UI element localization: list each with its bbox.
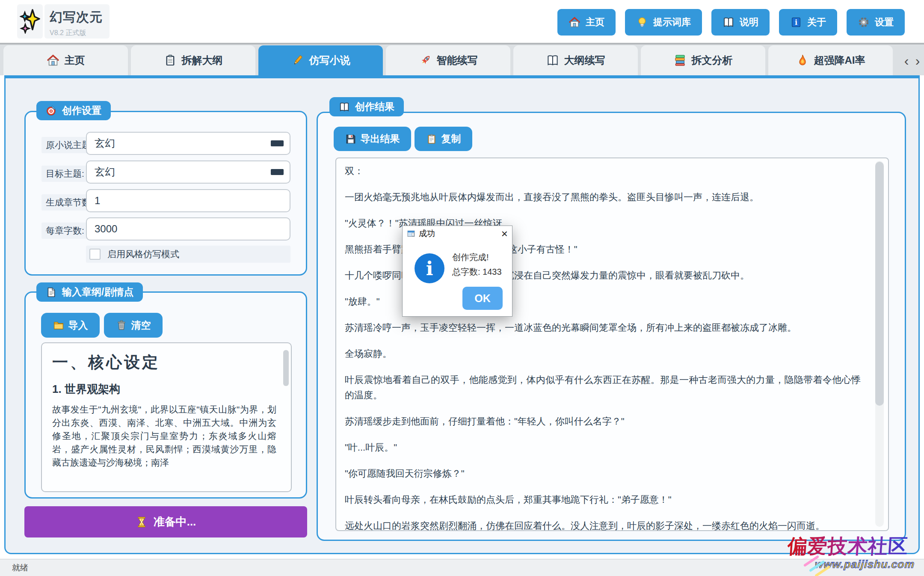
outline-scrollbar-thumb[interactable] [283,350,289,386]
style-imitate-checkbox[interactable] [89,249,101,260]
app-title-block: 幻写次元 V8.2 正式版 [44,4,110,39]
copy-clipboard-icon [426,134,437,145]
tab-scroll-left-icon[interactable]: ‹ [901,49,912,73]
hourglass-icon [136,516,148,528]
tab-ai-reduce[interactable]: 超强降AI率 [768,45,893,75]
combobox-dropdown-icon[interactable] [271,140,284,146]
open-book-icon [339,101,350,113]
trash-icon [116,320,127,331]
status-bar: 就绪 [0,559,924,576]
field-value: 玄幻 [95,166,115,178]
fire-icon [796,54,809,67]
watermark: 偏爱技术社区 www.paijishu.com [786,533,917,570]
nav-button-manual[interactable]: 说明 [711,9,770,36]
clear-button-label: 清空 [131,319,151,332]
result-paragraph: "叶...叶辰。" [345,440,861,455]
app-title: 幻写次元 [50,9,103,26]
tab-smart-continue[interactable]: 智能续写 [386,45,510,75]
chapter-count-input[interactable]: 1 [86,189,290,212]
field-value: 1 [95,195,100,206]
tab-scroll-controls: ‹ › [901,49,923,73]
target-icon [46,105,57,116]
tab-outline-continue[interactable]: 大纲续写 [513,45,638,75]
source-theme-combobox[interactable]: 玄幻 [86,132,290,155]
result-paragraph: 叶辰震惊地看着自己的双手，他能感觉到，体内似乎有什么东西正在苏醒。那是一种古老而… [345,372,861,403]
result-paragraph: 叶辰转头看向母亲，在林氏鼓励的点头后，郑重其事地跪下行礼："弟子愿意！" [345,492,861,508]
tab-label: 超强降AI率 [814,53,865,67]
tab-imitate-novel[interactable]: 仿写小说 [258,45,383,75]
field-label-words-per-chapter: 每章字数: [41,223,89,239]
tab-home[interactable]: 主页 [3,45,128,75]
success-dialog-title: 成功 [419,228,435,239]
export-result-button[interactable]: 导出结果 [334,127,411,151]
result-paragraph: 一团火焰毫无预兆地从叶辰体内爆发而出，直接吞没了黑熊的拳头。盗匪头目惨叫一声，连… [345,190,861,205]
dialog-close-icon[interactable]: × [501,228,508,239]
app-header: 幻写次元 V8.2 正式版 主页提示词库说明i关于设置 [0,0,924,43]
result-paragraph: "你可愿随我回天衍宗修炼？" [345,466,861,481]
field-value: 3000 [95,223,117,235]
import-button-label: 导入 [68,319,88,332]
tab-label: 大纲续写 [564,53,605,67]
nav-button-settings[interactable]: 设置 [847,9,905,36]
tab-scroll-right-icon[interactable]: › [912,49,923,73]
outline-textarea[interactable]: 一、核心设定 1. 世界观架构 故事发生于"九州玄境"，此界以五座"镇天山脉"为… [41,342,292,492]
tab-bar: 主页拆解大纲仿写小说智能续写大纲续写拆文分析超强降AI率 ‹ › [0,43,924,75]
success-dialog: 成功 × i 创作完成! 总字数: 1433 OK [402,226,512,317]
manual-icon [723,16,734,28]
open-book-icon [546,54,559,67]
field-value: 玄幻 [95,137,115,149]
bulb-icon [636,16,648,28]
status-text: 就绪 [12,559,28,576]
rocket-icon [419,54,432,67]
generate-button[interactable]: 准备中... [24,506,307,537]
outline-panel: 导入 清空 一、核心设定 1. 世界观架构 故事发生于"九州玄境"，此界以五座"… [24,291,307,499]
result-paragraph: 苏清瑶缓步走到他面前，仔细打量着他："年轻人，你叫什么名字？" [345,414,861,429]
copy-button[interactable]: 复制 [415,127,472,151]
gear-icon [858,16,870,28]
outline-subheading: 1. 世界观架构 [52,382,276,397]
dialog-message-line1: 创作完成! [452,252,489,263]
result-panel-header: 创作结果 [329,97,404,116]
folder-icon [53,320,64,331]
top-nav: 主页提示词库说明i关于设置 [557,9,905,36]
nav-button-about[interactable]: i关于 [779,9,837,36]
result-paragraph: 双： [345,163,861,179]
words-per-chapter-input[interactable]: 3000 [86,217,290,240]
tab-label: 拆解大纲 [182,53,223,67]
success-dialog-titlebar[interactable]: 成功 × [403,226,512,241]
nav-button-label: 设置 [875,16,894,29]
pen-icon [291,54,304,67]
combobox-dropdown-icon[interactable] [271,169,284,175]
books-icon [674,54,687,67]
settings-panel-title: 创作设置 [62,104,101,117]
tab-outline-split[interactable]: 拆解大纲 [131,45,255,75]
svg-text:i: i [795,18,797,27]
tab-label: 仿写小说 [309,53,350,67]
settings-panel: 原小说主题:玄幻目标主题:玄幻生成章节数:1每章字数:3000 启用风格仿写模式 [24,111,307,276]
app-version: V8.2 正式版 [50,29,103,38]
tab-label: 主页 [65,53,85,67]
clear-button[interactable]: 清空 [104,313,163,338]
result-panel: 导出结果 复制 双：一团火焰毫无预兆地从叶辰体内爆发而出，直接吞没了黑熊的拳头。… [317,112,906,541]
nav-button-label: 提示词库 [653,16,691,29]
dialog-message-line2: 总字数: 1433 [452,266,502,278]
app-logo [17,4,43,39]
home-icon [47,54,59,67]
result-textarea[interactable]: 双：一团火焰毫无预兆地从叶辰体内爆发而出，直接吞没了黑熊的拳头。盗匪头目惨叫一声… [335,157,889,531]
result-paragraph: 苏清瑶冷哼一声，玉手凌空轻轻一挥，一道冰蓝色的光幕瞬间笼罩全场，所有冲上来的盗匪… [345,320,861,336]
info-icon: i [415,253,444,283]
save-icon [345,134,356,145]
export-result-button-label: 导出结果 [361,132,400,145]
outline-body-text: 故事发生于"九州玄境"，此界以五座"镇天山脉"为界，划分出东炎、西漠、南泽、北寒… [52,403,276,469]
ok-button[interactable]: OK [462,287,503,310]
result-scrollbar-thumb[interactable] [875,162,884,406]
nav-button-home[interactable]: 主页 [557,9,616,36]
target-theme-combobox[interactable]: 玄幻 [86,160,290,184]
import-button[interactable]: 导入 [41,313,100,338]
copy-button-label: 复制 [441,132,461,145]
watermark-title: 偏爱技术社区 [787,533,917,560]
nav-button-prompt-library[interactable]: 提示词库 [625,9,702,36]
style-imitate-label: 启用风格仿写模式 [107,248,179,260]
tabs: 主页拆解大纲仿写小说智能续写大纲续写拆文分析超强降AI率 [3,45,893,75]
tab-text-analysis[interactable]: 拆文分析 [641,45,765,75]
